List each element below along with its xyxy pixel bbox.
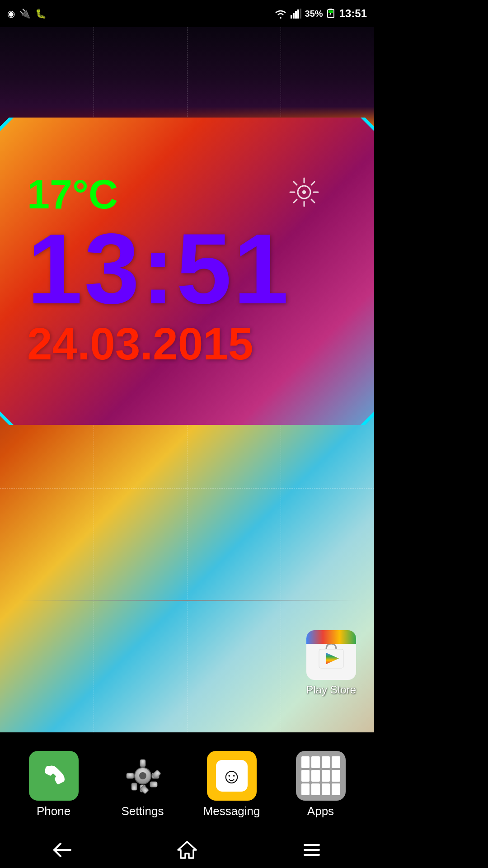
svg-rect-6 (329, 9, 332, 9)
apps-icon[interactable] (296, 751, 346, 801)
clock-time-display: 13:51 (27, 219, 291, 319)
status-time: 13:51 (339, 7, 367, 20)
gear-svg (118, 751, 168, 801)
menu-button[interactable] (294, 836, 330, 863)
messaging-label: Messaging (203, 804, 260, 818)
svg-rect-3 (297, 9, 299, 19)
svg-rect-31 (131, 783, 137, 790)
svg-rect-27 (127, 773, 134, 778)
app-icons-area: Play Store (306, 630, 356, 696)
back-arrow-icon (52, 842, 72, 858)
svg-line-16 (311, 199, 314, 203)
wifi-icon (274, 9, 287, 19)
svg-line-15 (294, 182, 297, 185)
phone-svg (40, 762, 67, 789)
svg-line-17 (311, 182, 314, 185)
grid-dot (332, 783, 340, 795)
dock: Phone (0, 737, 374, 832)
back-button[interactable] (44, 836, 80, 863)
phone-icon[interactable] (29, 751, 79, 801)
svg-line-18 (294, 199, 297, 203)
home-icon (177, 841, 197, 859)
dock-item-phone[interactable]: Phone (9, 751, 98, 818)
usb-icon: 🔌 (19, 8, 31, 19)
play-store-icon[interactable] (306, 630, 356, 680)
svg-rect-29 (150, 782, 157, 787)
dock-item-settings[interactable]: Settings (98, 751, 187, 818)
menu-lines-icon (304, 844, 320, 856)
viber-icon: ◉ (7, 8, 15, 19)
grid-dot (332, 756, 340, 768)
grid-dot (332, 770, 340, 782)
clock-widget: 17°C 13:51 24.03.2015 (0, 118, 374, 425)
top-dark-band (0, 27, 374, 127)
phone-label: Phone (37, 804, 70, 818)
menu-line (304, 849, 320, 851)
play-store-label: Play Store (306, 684, 356, 696)
svg-marker-33 (178, 842, 196, 858)
settings-label: Settings (122, 804, 164, 818)
status-right-icons: 35% 13:51 (274, 7, 367, 20)
svg-rect-1 (293, 13, 295, 19)
messaging-icon[interactable]: ☺ (207, 751, 257, 801)
svg-rect-7 (328, 10, 333, 13)
grid-line (0, 488, 374, 489)
messaging-face: ☺ (216, 760, 248, 792)
status-bar: ◉ 🔌 🐛 35% 13:51 (0, 0, 374, 27)
battery-percent: 35% (305, 9, 323, 19)
menu-line (304, 844, 320, 846)
grid-dot (311, 756, 320, 768)
grid-dot (301, 770, 310, 782)
apps-label: Apps (307, 804, 334, 818)
dock-item-messaging[interactable]: ☺ Messaging (187, 751, 276, 818)
sun-icon (288, 176, 320, 215)
grid-dot (322, 770, 330, 782)
svg-rect-4 (300, 9, 301, 19)
grid-dot (301, 783, 310, 795)
wallpaper-area: 17°C 13:51 24.03.2015 (0, 27, 374, 732)
dock-separator (19, 600, 355, 601)
grid-dot (322, 783, 330, 795)
settings-icon[interactable] (118, 751, 168, 801)
play-store-app[interactable]: Play Store (306, 630, 356, 696)
temperature-display: 17°C (27, 174, 118, 215)
debug-icon: 🐛 (35, 8, 47, 19)
grid-dot (311, 783, 320, 795)
signal-icon (291, 9, 301, 19)
svg-rect-0 (291, 15, 292, 19)
corner-decoration (0, 411, 14, 425)
dock-item-apps[interactable]: Apps (276, 751, 365, 818)
svg-rect-2 (295, 11, 297, 19)
svg-point-23 (139, 772, 146, 779)
svg-rect-24 (140, 760, 145, 767)
menu-line (304, 854, 320, 856)
grid-dot (301, 756, 310, 768)
grid-dot (322, 756, 330, 768)
grid-dot (311, 770, 320, 782)
status-left-icons: ◉ 🔌 🐛 (7, 8, 47, 19)
play-store-svg (315, 639, 347, 671)
apps-grid (296, 751, 346, 801)
svg-point-19 (302, 190, 306, 194)
clock-date-display: 24.03.2015 (27, 319, 253, 368)
navigation-bar (0, 832, 374, 868)
home-button[interactable] (169, 836, 205, 863)
corner-decoration (361, 411, 374, 425)
battery-icon (327, 9, 336, 19)
